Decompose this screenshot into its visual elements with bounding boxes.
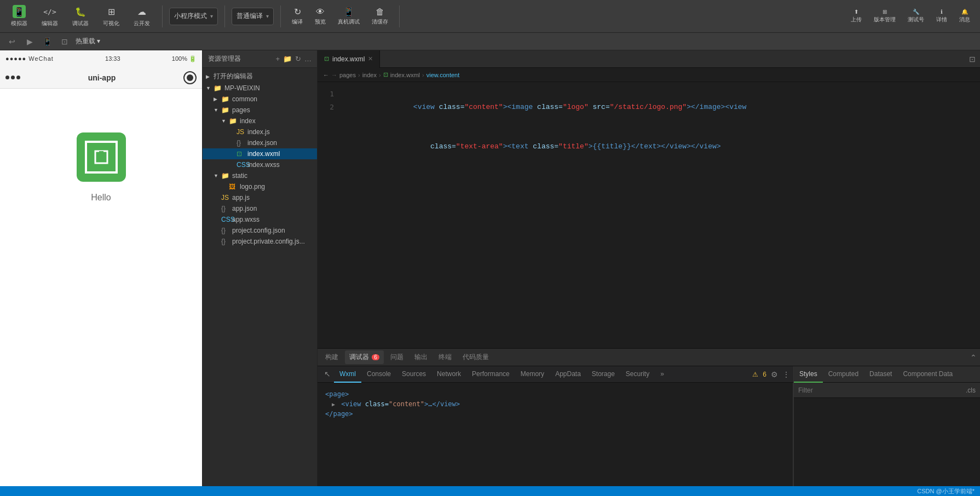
play-icon[interactable]: ▶	[23, 35, 36, 48]
devtools-inspect-icon[interactable]: ↖	[321, 366, 334, 383]
devtools-tab-storage[interactable]: Storage	[586, 366, 620, 383]
tree-item-common[interactable]: ▶ 📁 common	[203, 94, 317, 105]
devtools-right-actions: ⚠ 6 ⚙ ⋮	[752, 370, 790, 379]
tree-item-app-js[interactable]: JS app.js	[203, 192, 317, 203]
new-file-icon[interactable]: +	[275, 55, 280, 63]
devtools-tab-console[interactable]: Console	[361, 366, 396, 383]
forward-nav-icon[interactable]: →	[331, 72, 337, 78]
dr-dataset-label: Dataset	[869, 370, 892, 378]
tok-src-attr: src=	[589, 103, 610, 111]
visual-label: 可视化	[103, 20, 119, 27]
devtools-tab-memory[interactable]: Memory	[515, 366, 550, 383]
dr-tab-component-data[interactable]: Component Data	[897, 366, 958, 383]
upload-icon: ⬆	[854, 9, 858, 15]
version-icon: ⊞	[883, 9, 887, 15]
filter-input[interactable]	[798, 387, 966, 394]
tree-item-project-private[interactable]: {} project.private.config.js...	[203, 236, 317, 247]
compiler-dropdown[interactable]: 普通编译 ▾	[232, 8, 274, 25]
phone-logo	[77, 132, 126, 182]
tree-item-app-wxss[interactable]: CSS app.wxss	[203, 214, 317, 225]
app-wxss-icon: CSS	[221, 216, 230, 223]
tok-text-close: </text></view></view>	[631, 142, 721, 151]
dr-tab-computed[interactable]: Computed	[823, 366, 864, 383]
visual-btn[interactable]: ⊞ 可视化	[97, 3, 125, 30]
devtools-tab-network[interactable]: Network	[431, 366, 466, 383]
clear-cache-btn[interactable]: 🗑 清缓存	[367, 5, 393, 28]
devtools-collapse-icon[interactable]: ⌃	[970, 353, 977, 362]
devtools-tab-security[interactable]: Security	[620, 366, 655, 383]
test-btn[interactable]: 🔧 测试号	[903, 7, 929, 26]
devtools-tab-quality[interactable]: 代码质量	[458, 350, 493, 364]
editor-label: 编辑器	[42, 20, 58, 27]
cloud-btn[interactable]: ☁ 云开发	[128, 3, 155, 30]
device-icon[interactable]: 📱	[41, 35, 54, 48]
wxml-page-open[interactable]: <page>	[322, 389, 788, 399]
devtools-tab-appdata[interactable]: AppData	[550, 366, 586, 383]
detail-btn[interactable]: ℹ 详情	[932, 7, 952, 26]
logo-svg	[93, 149, 109, 165]
devtools-tab-terminal[interactable]: 终端	[434, 350, 456, 364]
editor-content[interactable]: 1 2 <view class="content"><image class="…	[318, 82, 980, 348]
simulator-btn[interactable]: 📱 模拟器	[5, 3, 33, 30]
compile-btn[interactable]: ↻ 编译	[287, 4, 307, 28]
tree-item-index-wxml[interactable]: ⊡ index.wxml	[203, 148, 317, 159]
editor-btn[interactable]: </> 编辑器	[36, 3, 64, 30]
devtools-settings-icon[interactable]: ⚙	[771, 370, 778, 379]
refresh-icon[interactable]: ↻	[295, 55, 301, 63]
compiler-label: 普通编译	[237, 11, 263, 21]
devtools-tab-debugger[interactable]: 调试器 6	[345, 350, 384, 364]
devtools-tab-output[interactable]: 输出	[410, 350, 432, 364]
mode-dropdown[interactable]: 小程序模式 ▾	[169, 8, 218, 25]
version-btn[interactable]: ⊞ 版本管理	[869, 7, 900, 26]
wxml-view-arrow[interactable]: ▶	[332, 401, 335, 407]
real-machine-btn[interactable]: 📱 真机调试	[333, 4, 364, 28]
devtools-tab-more[interactable]: »	[655, 366, 670, 383]
more-icon[interactable]: …	[304, 55, 312, 63]
tree-item-pages[interactable]: ▼ 📁 pages	[203, 105, 317, 116]
tree-item-index-js[interactable]: JS index.js	[203, 126, 317, 137]
hotreload-btn[interactable]: 热重载 ▾	[76, 37, 100, 46]
nav-dot-2	[11, 76, 15, 79]
layout-icon[interactable]: ⊡	[58, 35, 71, 48]
open-editors-section[interactable]: ▶ 打开的编辑器	[203, 70, 317, 83]
dr-tab-dataset[interactable]: Dataset	[864, 366, 897, 383]
upload-btn[interactable]: ⬆ 上传	[846, 7, 866, 26]
tok-image-close: ></image><view	[687, 103, 746, 111]
tree-item-index-json[interactable]: {} index.json	[203, 137, 317, 148]
nav-dot-3	[16, 76, 20, 79]
back-icon[interactable]: ↩	[5, 35, 19, 48]
tree-item-index-wxss[interactable]: CSS index.wxss	[203, 159, 317, 170]
breadcrumb-node: view.content	[426, 72, 460, 78]
tree-item-index-folder[interactable]: ▼ 📁 index	[203, 116, 317, 126]
preview-btn[interactable]: 👁 预览	[310, 5, 330, 28]
dr-tab-styles[interactable]: Styles	[794, 366, 823, 383]
tree-item-logo-png[interactable]: 🖼 logo.png	[203, 181, 317, 192]
tree-item-project-config[interactable]: {} project.config.json	[203, 225, 317, 236]
devtools-tab-performance[interactable]: Performance	[466, 366, 515, 383]
tree-item-static[interactable]: ▼ 📁 static	[203, 170, 317, 181]
tab-wxml-close[interactable]: ✕	[368, 55, 373, 62]
bottom-strip: CSDN @小王学前端*	[0, 486, 980, 496]
index-js-label: index.js	[247, 128, 270, 136]
back-nav-icon[interactable]: ←	[323, 72, 329, 78]
wxml-page-close[interactable]: </page>	[322, 409, 788, 419]
devtools-tab-sources[interactable]: Sources	[396, 366, 431, 383]
filter-cls-btn[interactable]: .cls	[966, 387, 976, 394]
tok-text-open: >	[589, 142, 593, 151]
devtools-more-icon2[interactable]: ⋮	[782, 370, 790, 379]
debugger-btn[interactable]: 🐛 调试器	[67, 3, 94, 30]
wxml-page-tag: <page>	[325, 390, 349, 398]
phone-record-btn[interactable]	[183, 71, 197, 84]
editor-tab-index-wxml[interactable]: ⊡ index.wxml ✕	[318, 50, 380, 68]
split-editor-icon[interactable]: ⊡	[969, 55, 976, 64]
new-folder-icon[interactable]: 📁	[283, 55, 292, 63]
tree-item-app-json[interactable]: {} app.json	[203, 203, 317, 214]
wxml-view-content[interactable]: ▶ <view class="content">…</view>	[322, 399, 788, 409]
message-btn[interactable]: 🔔 消息	[955, 7, 975, 26]
code-area[interactable]: <view class="content"><image class="logo…	[339, 88, 980, 343]
root-folder[interactable]: ▼ 📁 MP-WEIXIN	[203, 83, 317, 94]
devtools-tab-wxml[interactable]: Wxml	[334, 366, 361, 383]
devtools-tab-issues[interactable]: 问题	[386, 350, 408, 364]
tab-performance-label: Performance	[472, 370, 510, 378]
devtools-tab-build[interactable]: 构建	[321, 350, 343, 364]
